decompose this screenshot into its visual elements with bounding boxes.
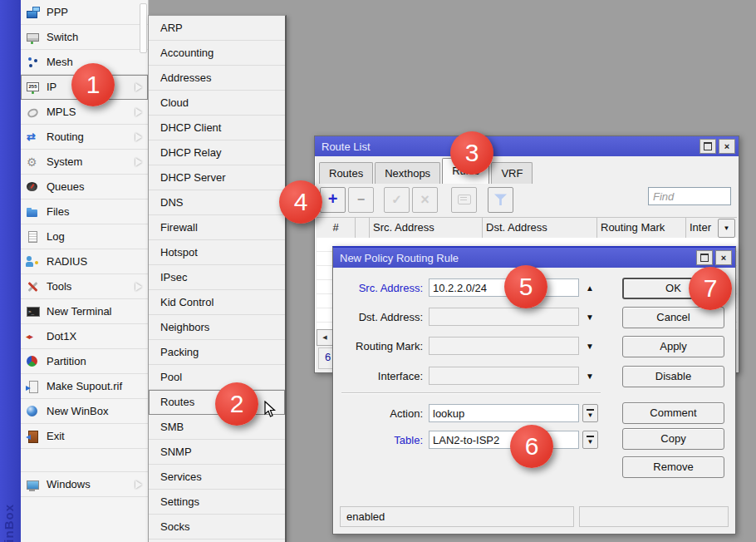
submenu-item-label: Addresses [160, 71, 211, 84]
add-button[interactable] [320, 187, 346, 213]
action-input[interactable] [429, 404, 579, 422]
submenu-item-socks[interactable]: Socks [149, 515, 285, 540]
submenu-arrow-icon [135, 158, 142, 166]
routing-mark-down-arrow-icon[interactable]: ▼ [579, 342, 601, 351]
sidebar-item-tools[interactable]: Tools [21, 274, 148, 299]
dot1x-icon [26, 330, 40, 343]
sidebar-item-label: Windows [47, 478, 91, 490]
routing-mark-input[interactable] [429, 337, 579, 355]
submenu-item-settings[interactable]: Settings [149, 490, 285, 515]
sidebar-item-partition[interactable]: Partition [21, 349, 148, 374]
sidebar-scrollbar[interactable] [140, 3, 147, 53]
winbox-icon [26, 405, 40, 418]
close-icon[interactable]: × [719, 139, 735, 154]
maximize-icon[interactable] [696, 250, 713, 265]
submenu-item-addresses[interactable]: Addresses [149, 66, 285, 91]
tab-nexthops[interactable]: Nexthops [375, 162, 440, 184]
submenu-item-ipsec[interactable]: IPsec [149, 265, 285, 290]
sidebar-item-label: PPP [47, 6, 68, 18]
sidebar-item-new-terminal[interactable]: New Terminal [21, 299, 148, 324]
close-icon[interactable]: × [715, 250, 732, 265]
interface-input[interactable] [429, 367, 579, 385]
dialog-title: New Policy Routing Rule [340, 252, 694, 264]
enable-button[interactable] [384, 187, 410, 213]
comment-button[interactable] [451, 187, 477, 213]
submenu-item-dhcp-client[interactable]: DHCP Client [149, 116, 285, 140]
sidebar-item-queues[interactable]: Queues [21, 175, 148, 200]
submenu-item-packing[interactable]: Packing [149, 340, 285, 365]
column-header-src-address[interactable]: Src. Address [370, 218, 483, 239]
table-header: #Src. AddressDst. AddressRouting MarkInt… [317, 217, 737, 239]
disable-button[interactable]: Disable [622, 366, 724, 387]
submenu-item-services[interactable]: Services [149, 465, 285, 490]
remove-button[interactable] [348, 187, 374, 213]
interface-down-arrow-icon[interactable]: ▼ [579, 372, 601, 381]
submenu-item-label: Cloud [160, 96, 189, 109]
action-label: Action: [340, 407, 423, 420]
sidebar-item-new-winbox[interactable]: New WinBox [21, 399, 148, 424]
column-header-routing-mark[interactable]: Routing Mark [597, 218, 686, 239]
submenu-item-dhcp-server[interactable]: DHCP Server [149, 165, 285, 190]
maximize-icon[interactable] [700, 139, 716, 154]
tab-routes[interactable]: Routes [319, 162, 373, 184]
dst-address-down-arrow-icon[interactable]: ▼ [579, 313, 601, 322]
table-input[interactable] [429, 431, 579, 449]
submenu-item-dhcp-relay[interactable]: DHCP Relay [149, 140, 285, 165]
sidebar-item-exit[interactable]: Exit [21, 424, 148, 449]
submenu-item-snmp[interactable]: SNMP [149, 440, 285, 465]
sidebar-item-windows[interactable]: Windows [21, 472, 148, 497]
queues-icon [26, 180, 40, 194]
src-address-up-arrow-icon[interactable]: ▲ [579, 283, 601, 293]
terminal-icon [26, 305, 40, 318]
dst-address-input[interactable] [429, 308, 579, 326]
step-badge-4: 4 [279, 180, 322, 224]
comment-button[interactable]: Comment [622, 402, 724, 424]
submenu-item-label: ARP [160, 22, 183, 34]
column-select-dropdown-icon[interactable]: ▼ [718, 219, 735, 238]
minus-icon [357, 192, 365, 207]
submenu-item-smb[interactable]: SMB [149, 415, 285, 440]
mouse-cursor [264, 401, 277, 418]
sidebar-item-make-supout-rif[interactable]: Make Supout.rif [21, 374, 148, 399]
windows-icon [26, 478, 40, 491]
sidebar-item-log[interactable]: Log [21, 224, 148, 249]
submenu-item-label: Accounting [160, 47, 214, 59]
disable-button[interactable] [412, 187, 438, 213]
submenu-item-cloud[interactable]: Cloud [149, 91, 285, 116]
column-header-[interactable]: # [317, 218, 356, 239]
submenu-item-arp[interactable]: ARP [149, 16, 285, 41]
submenu-item-hotspot[interactable]: Hotspot [149, 240, 285, 265]
remove-button[interactable]: Remove [622, 456, 724, 478]
find-input[interactable] [648, 187, 731, 205]
submenu-item-label: Neighbors [160, 321, 209, 333]
scroll-left-icon[interactable]: ◀ [317, 329, 333, 346]
submenu-item-pool[interactable]: Pool [149, 365, 285, 390]
copy-button[interactable]: Copy [622, 428, 724, 450]
sidebar-item-routing[interactable]: Routing [21, 125, 148, 150]
filter-button[interactable] [488, 187, 513, 213]
sidebar-item-switch[interactable]: Switch [21, 25, 148, 50]
check-icon [391, 192, 402, 207]
sidebar-item-dot1x[interactable]: Dot1X [21, 324, 148, 349]
table-dropdown-icon[interactable] [582, 431, 598, 449]
apply-button[interactable]: Apply [622, 336, 724, 357]
sidebar-item-system[interactable]: System [21, 150, 148, 175]
sidebar-item-files[interactable]: Files [21, 200, 148, 224]
action-dropdown-icon[interactable] [582, 404, 598, 422]
column-header-blank[interactable] [356, 218, 370, 239]
submenu-arrow-icon [135, 480, 142, 489]
sidebar-item-ppp[interactable]: PPP [21, 0, 148, 25]
submenu-item-accounting[interactable]: Accounting [149, 41, 285, 66]
sidebar-item-radius[interactable]: RADIUS [21, 249, 148, 274]
submenu-item-firewall[interactable]: Firewall [149, 215, 285, 240]
submenu-item-neighbors[interactable]: Neighbors [149, 315, 285, 340]
route-list-tabs: RoutesNexthopsRulesVRF [315, 156, 739, 184]
route-list-titlebar[interactable]: Route List × [315, 136, 739, 156]
submenu-item-label: DHCP Relay [160, 146, 221, 159]
tab-vrf[interactable]: VRF [491, 162, 533, 184]
column-header-dst-address[interactable]: Dst. Address [483, 218, 597, 239]
dialog-titlebar[interactable]: New Policy Routing Rule × [333, 248, 735, 268]
submenu-item-dns[interactable]: DNS [149, 190, 285, 215]
submenu-item-kid-control[interactable]: Kid Control [149, 290, 285, 315]
winbox-watermark: WinBox [2, 504, 16, 542]
